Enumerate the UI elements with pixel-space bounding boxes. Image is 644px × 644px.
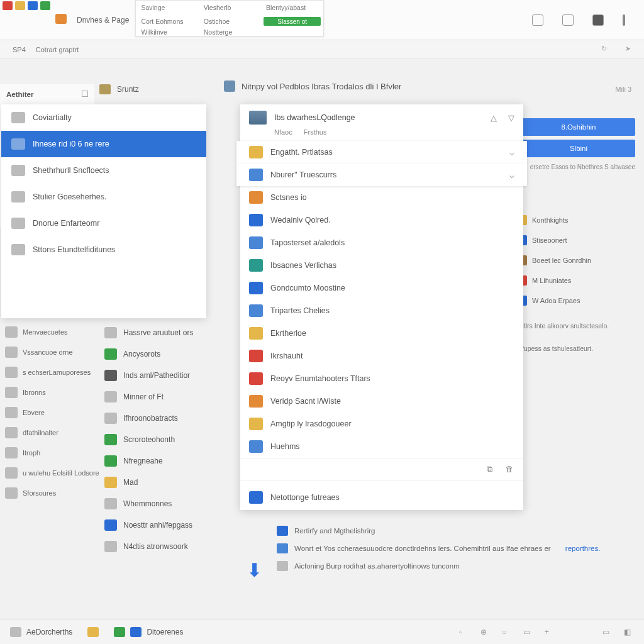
dropdown-item[interactable]: Sctsnes io: [240, 186, 523, 209]
info-label: M Lihuniates: [532, 277, 571, 284]
dropdown-item[interactable]: Gondcumto Moostine: [240, 277, 523, 299]
list-item[interactable]: Minner of Ft: [104, 386, 243, 408]
tray-icon[interactable]: ○: [502, 628, 512, 636]
note-icon[interactable]: [532, 14, 543, 26]
dropdown-subheader: Nfaoc Frsthus: [240, 128, 523, 141]
edit-icon[interactable]: [562, 14, 574, 26]
delete-icon[interactable]: 🗑: [506, 465, 514, 474]
side-panel-item[interactable]: Coviartialty: [1, 104, 206, 131]
item-icon: [104, 455, 117, 467]
download-arrow-icon[interactable]: ⬇: [247, 559, 262, 581]
dropdown-item[interactable]: Amgtip ly Irasdogoueer: [240, 413, 523, 435]
list-item[interactable]: Sforsoures: [5, 483, 106, 503]
dropdown-trailing-item[interactable]: Netottonge futreaes: [240, 485, 523, 510]
info-item[interactable]: Boeet lec Gonrdhin: [516, 250, 635, 270]
list-item-label: Menvaecuetes: [23, 328, 68, 336]
list-item[interactable]: Hassrve aruutuet ors: [104, 322, 243, 343]
menu-item[interactable]: Savinge: [136, 1, 198, 14]
primary-action-button[interactable]: Slassen ot: [264, 17, 321, 26]
list-item[interactable]: Scroroteohonth: [104, 429, 243, 450]
list-item[interactable]: Ancysorots: [104, 343, 243, 365]
app-icon-4[interactable]: [40, 1, 50, 10]
notification-icon[interactable]: ◧: [624, 628, 634, 636]
list-item[interactable]: Ibronns: [5, 382, 106, 402]
list-item[interactable]: Vssancuoe orne: [5, 342, 106, 362]
side-panel-item[interactable]: Ihnese rid i0 6 ne rere: [1, 131, 206, 157]
side-panel-item[interactable]: Dnorue Enfarteomr: [1, 210, 206, 236]
list-item[interactable]: N4dtis atronwsoork: [104, 536, 243, 557]
refresh-icon[interactable]: ↻: [601, 45, 613, 55]
side-panel-label: Shethrhurll Sncfloects: [33, 166, 109, 175]
menu-item[interactable]: Nostterge: [199, 28, 261, 36]
sidebar-toggle-icon[interactable]: [82, 91, 88, 97]
info-item[interactable]: Stiseoonert: [516, 230, 635, 250]
list-item[interactable]: Ifhroonobatracts: [104, 408, 243, 429]
app-icon-1[interactable]: [3, 1, 13, 10]
more-icon[interactable]: [623, 14, 625, 26]
app-icon-2[interactable]: [15, 1, 25, 10]
tray-icon[interactable]: ⊕: [480, 628, 491, 636]
app-main-icon[interactable]: [55, 14, 67, 24]
info-item[interactable]: W Adoa Erpaes: [516, 291, 635, 311]
taskbar-item[interactable]: [87, 627, 99, 637]
item-icon: [249, 191, 263, 204]
list-item-label: Hassrve aruutuet ors: [123, 328, 193, 337]
main-region: Nitnpy vol Pedblos Ibras Trodalos dli I …: [0, 59, 644, 619]
dropdown-item[interactable]: Ibsaones Verlichas: [240, 254, 523, 277]
collapse-up-icon[interactable]: △: [491, 113, 497, 123]
chat-icon[interactable]: ▭: [602, 628, 613, 636]
dropdown-item[interactable]: Wedainlv Qolred.: [240, 209, 523, 231]
dropdown-item[interactable]: Ekrtherloe: [240, 322, 523, 345]
dropdown-item[interactable]: Reoyv Enumtahooters Tftars: [240, 367, 523, 390]
info-item[interactable]: Konthkights: [516, 210, 635, 230]
dropdown-item[interactable]: Engatht. Prtlatsas⌵: [236, 141, 527, 164]
list-item[interactable]: dfathilnalter: [5, 423, 106, 443]
list-item[interactable]: Itroph: [5, 443, 106, 463]
secondary-button[interactable]: Slbini: [522, 140, 635, 157]
app-icon: [10, 627, 21, 637]
menu-item[interactable]: Wilkilnve: [136, 28, 198, 36]
side-panel-item[interactable]: Sttons Etundtelfiditunes: [1, 236, 206, 263]
dropdown-item[interactable]: Nburer" Truescurrs⌵: [236, 164, 527, 186]
menu-item[interactable]: Ostichoe: [199, 14, 261, 28]
app-icon-3[interactable]: [28, 1, 38, 10]
lower-left-list: MenvaecuetesVssancuoe ornes echserLamupo…: [5, 322, 106, 503]
forward-icon[interactable]: ➤: [625, 45, 636, 55]
list-item-label: N4dtis atronwsoork: [123, 542, 188, 551]
primary-button[interactable]: 8.Oshibhin: [522, 118, 635, 136]
breadcrumb-root[interactable]: SP4: [8, 46, 31, 53]
tray-icon[interactable]: ▭: [523, 628, 533, 636]
dropdown-item[interactable]: Taposterset a/aledols: [240, 231, 523, 254]
dropdown-item[interactable]: Ikrshauht: [240, 345, 523, 367]
list-item[interactable]: Inds aml/Patheditior: [104, 365, 243, 386]
tray-icon[interactable]: ◦: [459, 628, 469, 636]
view-icon[interactable]: [592, 14, 604, 26]
list-item[interactable]: Menvaecuetes: [5, 322, 106, 342]
menu-item[interactable]: Cort Eohmons: [136, 14, 198, 28]
dropdown-item[interactable]: Tripartes Chelies: [240, 299, 523, 322]
info-item[interactable]: M Lihuniates: [516, 270, 635, 291]
dropdown-panel: Ibs dwarhesLQodlenge △ ▽ Nfaoc Frsthus E…: [240, 104, 523, 510]
breadcrumb-item[interactable]: Cotrart graptrt: [31, 46, 84, 53]
menu-item[interactable]: Blentyy/abast: [261, 1, 323, 14]
content-link[interactable]: reporthres.: [565, 545, 601, 552]
list-item[interactable]: u wulehu Eolsitil Lodsore: [5, 463, 106, 483]
dropdown-item[interactable]: Huehms: [240, 435, 523, 458]
list-item[interactable]: Nfregneahe: [104, 450, 243, 472]
expand-down-icon[interactable]: ▽: [508, 113, 514, 123]
dropdown-item-label: Sctsnes io: [270, 193, 307, 202]
list-item[interactable]: Ebvere: [5, 402, 106, 423]
copy-icon[interactable]: ⧉: [487, 465, 496, 474]
tray-icon[interactable]: +: [545, 628, 555, 636]
dropdown-item[interactable]: Veridp Sacnt l/Wiste: [240, 390, 523, 413]
taskbar-item[interactable]: Ditoerenes: [114, 627, 183, 637]
list-item[interactable]: Whemmonnes: [104, 493, 243, 514]
side-panel-item[interactable]: Shethrhurll Sncfloects: [1, 157, 206, 184]
breadcrumb-bar: SP4 Cotrart graptrt ↻ ➤: [0, 40, 644, 59]
menu-item[interactable]: Viesherlb: [199, 1, 261, 14]
list-item[interactable]: s echserLamuporeses: [5, 362, 106, 382]
side-panel-item[interactable]: Stulier Goeseherhes.: [1, 184, 206, 210]
taskbar-item[interactable]: AeDorcherths: [10, 627, 72, 637]
list-item[interactable]: Mad: [104, 472, 243, 493]
list-item[interactable]: Noesttr anhi/fepgass: [104, 514, 243, 536]
